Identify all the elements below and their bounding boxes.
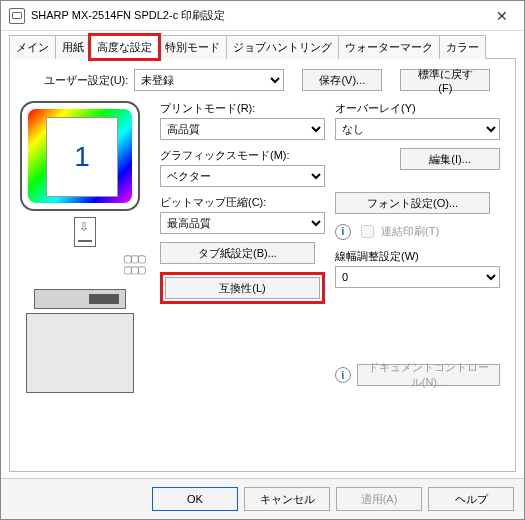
tab-color[interactable]: カラー bbox=[439, 35, 486, 59]
info-icon[interactable]: i bbox=[335, 224, 351, 240]
user-settings-label: ユーザー設定(U): bbox=[44, 73, 128, 88]
overlay-label: オーバーレイ(Y) bbox=[335, 101, 500, 116]
user-settings-select[interactable]: 未登録 bbox=[134, 69, 284, 91]
overlay-select[interactable]: なし bbox=[335, 118, 500, 140]
save-button[interactable]: 保存(V)... bbox=[302, 69, 382, 91]
titlebar: SHARP MX-2514FN SPDL2-c 印刷設定 ✕ bbox=[1, 1, 524, 31]
printer-icon bbox=[9, 8, 25, 24]
apply-button: 適用(A) bbox=[336, 487, 422, 511]
linked-print-label: 連結印刷(T) bbox=[381, 224, 439, 239]
tab-special[interactable]: 特別モード bbox=[158, 35, 227, 59]
graphics-mode-select[interactable]: ベクター bbox=[160, 165, 325, 187]
overlay-edit-button[interactable]: 編集(I)... bbox=[400, 148, 500, 170]
graphics-mode-label: グラフィックスモード(M): bbox=[160, 148, 325, 163]
compatibility-button[interactable]: 互換性(L) bbox=[165, 277, 320, 299]
tab-paper-settings-button[interactable]: タブ紙設定(B)... bbox=[160, 242, 315, 264]
tab-advanced[interactable]: 高度な設定 bbox=[90, 35, 159, 59]
printer-image bbox=[20, 279, 140, 399]
print-mode-select[interactable]: 高品質 bbox=[160, 118, 325, 140]
window-title: SHARP MX-2514FN SPDL2-c 印刷設定 bbox=[31, 8, 480, 23]
restore-defaults-button[interactable]: 標準に戻す(F) bbox=[400, 69, 490, 91]
bitmap-select[interactable]: 最高品質 bbox=[160, 212, 325, 234]
info-icon-2[interactable]: i bbox=[335, 367, 351, 383]
font-settings-button[interactable]: フォント設定(O)... bbox=[335, 192, 490, 214]
duplex-icon bbox=[74, 217, 96, 247]
linked-print-checkbox bbox=[361, 225, 374, 238]
linewidth-label: 線幅調整設定(W) bbox=[335, 249, 500, 264]
preview-page-number: 1 bbox=[74, 141, 90, 173]
dialog-footer: OK キャンセル 適用(A) ヘルプ bbox=[1, 478, 524, 519]
close-button[interactable]: ✕ bbox=[480, 2, 524, 30]
print-mode-label: プリントモード(R): bbox=[160, 101, 325, 116]
tab-panel-advanced: ユーザー設定(U): 未登録 保存(V)... 標準に戻す(F) 1 ▢▢▢▢▢… bbox=[9, 58, 516, 472]
tab-job-handling[interactable]: ジョブハントリング bbox=[226, 35, 339, 59]
ok-button[interactable]: OK bbox=[152, 487, 238, 511]
linewidth-select[interactable]: 0 bbox=[335, 266, 500, 288]
tab-strip: メイン 用紙 高度な設定 特別モード ジョブハントリング ウォーターマーク カラ… bbox=[1, 31, 524, 59]
tab-main[interactable]: メイン bbox=[9, 35, 56, 59]
tab-paper[interactable]: 用紙 bbox=[55, 35, 91, 59]
page-preview: 1 bbox=[20, 101, 140, 211]
collate-icon: ▢▢▢▢▢▢ bbox=[20, 253, 150, 275]
bitmap-label: ビットマップ圧縮(C): bbox=[160, 195, 325, 210]
cancel-button[interactable]: キャンセル bbox=[244, 487, 330, 511]
highlight-compat: 互換性(L) bbox=[160, 272, 325, 304]
document-control-button: ドキュメントコントロール(N)... bbox=[357, 364, 500, 386]
help-button[interactable]: ヘルプ bbox=[428, 487, 514, 511]
tab-watermark[interactable]: ウォーターマーク bbox=[338, 35, 440, 59]
